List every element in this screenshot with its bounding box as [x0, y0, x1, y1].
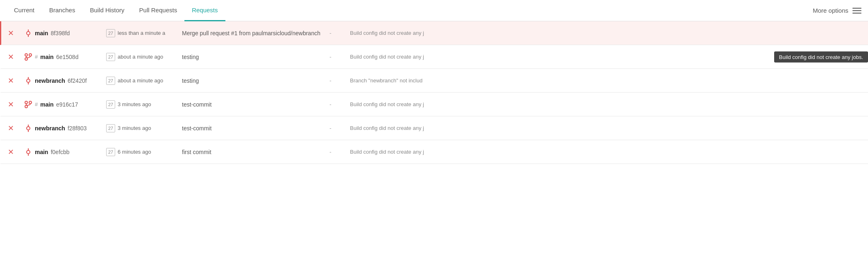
- status-icon: ✕: [8, 53, 24, 61]
- commit-message: testing: [182, 77, 329, 84]
- x-icon: ✕: [8, 30, 14, 37]
- tab-pull-requests[interactable]: Pull Requests: [132, 0, 185, 21]
- build-info: Build config did not create any j: [350, 149, 861, 155]
- commit-message: test-commit: [182, 125, 329, 132]
- svg-point-15: [27, 127, 30, 130]
- time-label: less than a minute a: [118, 30, 165, 36]
- commit-icon: [24, 125, 32, 132]
- time-col: 27about a minute ago: [106, 53, 182, 61]
- commit-icon: [24, 77, 32, 84]
- build-info: Branch "newbranch" not includ: [350, 77, 861, 84]
- tab-current[interactable]: Current: [7, 0, 42, 21]
- tab-branches[interactable]: Branches: [42, 0, 82, 21]
- time-col: 27less than a minute a: [106, 29, 182, 37]
- svg-point-3: [25, 54, 27, 56]
- commit-icon: [24, 30, 32, 37]
- commit-message: testing: [182, 54, 329, 60]
- calendar-icon: 27: [106, 100, 115, 109]
- table-row[interactable]: ✕ newbranch6f2420f27about a minute agote…: [0, 69, 868, 93]
- time-label: 6 minutes ago: [118, 149, 151, 155]
- commit-hash: 6f2420f: [68, 77, 87, 84]
- calendar-icon: 27: [106, 29, 115, 37]
- table-row[interactable]: ✕ #maine916c17273 minutes agotest-commit…: [0, 93, 868, 116]
- separator: -: [329, 30, 350, 36]
- x-icon: ✕: [8, 53, 14, 61]
- more-options-button[interactable]: More options: [813, 7, 861, 14]
- time-col: 27about a minute ago: [106, 77, 182, 85]
- branch-col: newbranch6f2420f: [24, 77, 106, 84]
- separator: -: [329, 125, 350, 132]
- table-row[interactable]: ✕ newbranchf28f803273 minutes agotest-co…: [0, 116, 868, 140]
- time-col: 273 minutes ago: [106, 124, 182, 132]
- branch-col: #main6e1508d: [24, 53, 106, 61]
- commit-icon: [24, 148, 32, 156]
- x-icon: ✕: [8, 125, 14, 132]
- time-col: 276 minutes ago: [106, 148, 182, 156]
- pr-label: #: [35, 54, 38, 60]
- branch-name: newbranch: [35, 77, 65, 84]
- pr-label: #: [35, 101, 38, 107]
- tab-build-history[interactable]: Build History: [82, 0, 132, 21]
- x-icon: ✕: [8, 101, 14, 108]
- branch-col: main8f398fd: [24, 30, 106, 37]
- separator: -: [329, 149, 350, 155]
- calendar-icon: 27: [106, 124, 115, 132]
- branch-name: main: [35, 149, 48, 155]
- branch-col: newbranchf28f803: [24, 125, 106, 132]
- commit-hash: 8f398fd: [51, 30, 70, 36]
- build-table: ✕ main8f398fd27less than a minute aMerge…: [0, 21, 868, 164]
- status-icon: ✕: [8, 148, 24, 156]
- x-icon: ✕: [8, 77, 14, 84]
- commit-hash: 6e1508d: [56, 54, 79, 60]
- separator: -: [329, 54, 350, 60]
- tooltip: Build config did not create any jobs.: [774, 51, 868, 62]
- table-row[interactable]: ✕ #main6e1508d27about a minute agotestin…: [0, 45, 868, 69]
- calendar-icon: 27: [106, 53, 115, 61]
- svg-point-4: [29, 54, 32, 56]
- time-label: about a minute ago: [118, 54, 163, 60]
- svg-point-10: [25, 101, 27, 104]
- commit-hash: e916c17: [56, 101, 78, 108]
- more-options-label: More options: [813, 7, 848, 14]
- tab-requests[interactable]: Requests: [184, 0, 225, 21]
- time-col: 273 minutes ago: [106, 100, 182, 109]
- branch-col: #maine916c17: [24, 101, 106, 108]
- branch-name: main: [40, 54, 54, 60]
- status-icon: ✕: [8, 125, 24, 132]
- commit-message: Merge pull request #1 from paulmarsiclou…: [182, 30, 329, 36]
- fork-icon: [24, 101, 32, 108]
- svg-point-1: [27, 32, 30, 35]
- commit-hash: f28f803: [68, 125, 87, 132]
- time-label: 3 minutes ago: [118, 101, 151, 107]
- status-icon: ✕: [8, 30, 24, 37]
- calendar-icon: 27: [106, 148, 115, 156]
- table-row[interactable]: ✕ main8f398fd27less than a minute aMerge…: [0, 21, 868, 45]
- time-label: 3 minutes ago: [118, 125, 151, 131]
- x-icon: ✕: [8, 148, 14, 156]
- hamburger-icon: [852, 8, 861, 14]
- svg-point-11: [29, 101, 32, 104]
- time-label: about a minute ago: [118, 77, 163, 84]
- svg-point-8: [27, 79, 30, 82]
- branch-name: newbranch: [35, 125, 65, 132]
- commit-message: test-commit: [182, 101, 329, 108]
- status-icon: ✕: [8, 101, 24, 108]
- table-row[interactable]: ✕ mainf0efcbb276 minutes agofirst commit…: [0, 140, 868, 164]
- svg-point-18: [27, 150, 30, 154]
- separator: -: [329, 77, 350, 84]
- branch-name: main: [35, 30, 48, 36]
- fork-icon: [24, 53, 32, 61]
- branch-name: main: [40, 101, 54, 108]
- build-info: Build config did not create any j: [350, 30, 861, 36]
- status-icon: ✕: [8, 77, 24, 84]
- build-info: Build config did not create any j: [350, 125, 861, 131]
- calendar-icon: 27: [106, 77, 115, 85]
- branch-col: mainf0efcbb: [24, 148, 106, 156]
- commit-hash: f0efcbb: [51, 149, 70, 155]
- build-info: Build config did not create any j: [350, 101, 861, 107]
- nav-tabs: CurrentBranchesBuild HistoryPull Request…: [0, 0, 868, 21]
- separator: -: [329, 101, 350, 108]
- commit-message: first commit: [182, 149, 329, 155]
